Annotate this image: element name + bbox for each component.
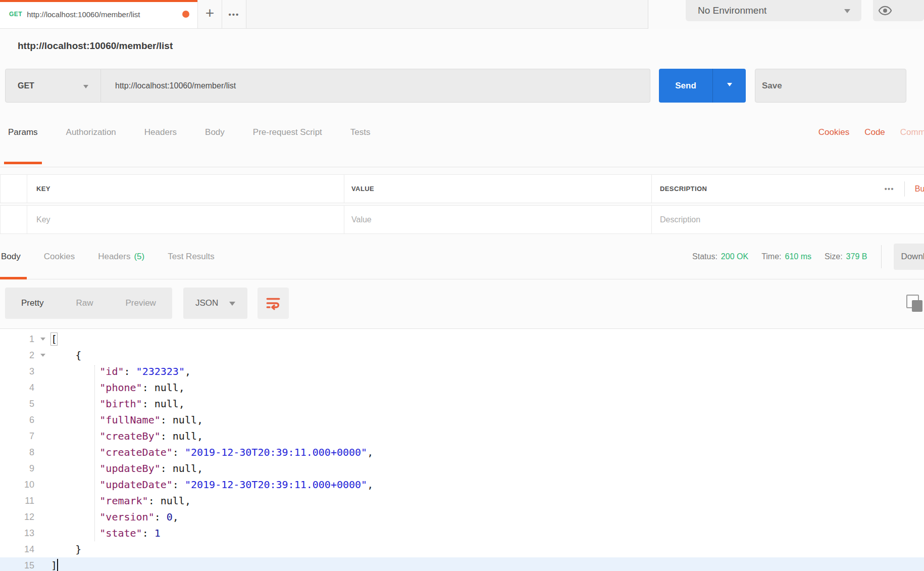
code-text: "state": 1 (51, 525, 161, 541)
language-label: JSON (195, 298, 218, 308)
params-table: KEY VALUE DESCRIPTION ••• Bulk Edit (0, 174, 924, 234)
mode-preview[interactable]: Preview (109, 298, 172, 308)
tab-options-button[interactable]: ••• (222, 0, 246, 28)
params-header-row: KEY VALUE DESCRIPTION ••• Bulk Edit (0, 174, 924, 203)
send-label[interactable]: Send (659, 69, 712, 103)
code-line: 3 "id": "232323", (0, 363, 924, 379)
divider (881, 245, 882, 268)
url-input[interactable] (101, 69, 650, 103)
wrap-text-button[interactable] (258, 288, 289, 319)
code-line: 5 "birth": null, (0, 396, 924, 412)
code-text: "phone": null, (51, 379, 185, 396)
line-number: 6 (0, 412, 34, 428)
response-tab-body[interactable]: Body (1, 234, 21, 279)
line-number: 12 (0, 509, 34, 525)
code-text: "id": "232323", (51, 363, 191, 379)
comments-link[interactable]: Comments (900, 127, 924, 137)
environment-area: No Environment (648, 0, 924, 29)
code-line: 2 { (0, 347, 924, 363)
indent-guide (94, 365, 95, 541)
code-line: 15] (0, 557, 924, 571)
time-value: 610 ms (785, 252, 811, 261)
value-input[interactable] (351, 215, 636, 224)
status-value: 200 OK (721, 252, 748, 261)
unsaved-dot-icon (182, 11, 189, 18)
fold-toggle[interactable] (34, 331, 51, 347)
code-line: 14 } (0, 541, 924, 557)
key-input[interactable] (36, 215, 329, 224)
tab-authorization[interactable]: Authorization (66, 127, 116, 164)
description-input-cell (651, 205, 924, 234)
tab-headers[interactable]: Headers (144, 127, 177, 164)
request-tab[interactable]: GET http://localhost:10060/member/list (0, 0, 198, 28)
code-link[interactable]: Code (864, 127, 885, 137)
time-label: Time: (761, 252, 781, 261)
tab-params[interactable]: Params (8, 127, 38, 164)
code-text: "version": 0, (51, 509, 179, 525)
row-handle-cell[interactable] (0, 205, 27, 234)
value-column-header: VALUE (351, 185, 374, 193)
row-handle-cell (0, 174, 27, 203)
tab-url-label: http://localhost:10060/member/list (27, 10, 178, 19)
value-header-cell: VALUE (344, 174, 652, 203)
request-title-row: http://localhost:10060/member/list (0, 29, 924, 67)
line-number: 7 (0, 428, 34, 444)
line-number: 8 (0, 444, 34, 460)
fold-gutter (34, 396, 51, 412)
response-body-editor[interactable]: 1[2 {3 "id": "232323",4 "phone": null,5 … (0, 328, 924, 571)
description-input[interactable] (660, 215, 911, 224)
ellipsis-icon: ••• (229, 10, 240, 19)
tab-pre-request-script[interactable]: Pre-request Script (253, 127, 322, 164)
tab-tests[interactable]: Tests (350, 127, 371, 164)
response-meta: Status: 200 OK Time: 610 ms Size: 379 B … (679, 244, 924, 270)
code-line: 10 "updateDate": "2019-12-30T20:39:11.00… (0, 477, 924, 493)
params-input-row (0, 205, 924, 234)
response-tab-cookies[interactable]: Cookies (44, 234, 75, 279)
code-text: "birth": null, (51, 396, 185, 412)
response-tab-headers[interactable]: Headers (5) (98, 234, 144, 279)
mode-raw[interactable]: Raw (60, 298, 109, 308)
params-more-icon[interactable]: ••• (885, 185, 894, 193)
text-cursor (57, 559, 58, 571)
line-number: 9 (0, 460, 34, 477)
wrap-text-icon (265, 295, 281, 311)
tab-strip: GET http://localhost:10060/member/list +… (0, 0, 924, 29)
language-select[interactable]: JSON (183, 288, 247, 319)
code-line: 13 "state": 1 (0, 525, 924, 541)
fold-gutter (34, 428, 51, 444)
method-select[interactable]: GET (5, 69, 101, 103)
send-button[interactable]: Send (659, 69, 746, 103)
code-line: 1[ (0, 331, 924, 347)
cookies-link[interactable]: Cookies (818, 127, 849, 137)
response-tabs: Body Cookies Headers (5) Test Results (1, 234, 238, 279)
environment-preview-button[interactable] (873, 0, 924, 21)
code-text: "fullName": null, (51, 412, 203, 428)
code-text: "createBy": null, (51, 428, 203, 444)
fold-gutter (34, 509, 51, 525)
copy-response-button[interactable] (906, 295, 922, 312)
send-options-button[interactable] (712, 69, 746, 103)
size-label: Size: (825, 252, 843, 261)
line-number: 11 (0, 493, 34, 509)
line-number: 4 (0, 379, 34, 396)
save-button[interactable]: Save (755, 69, 906, 103)
description-column-header: DESCRIPTION (660, 185, 707, 193)
fold-gutter (34, 379, 51, 396)
new-tab-button[interactable]: + (198, 0, 222, 28)
request-links: Cookies Code Comments (803, 127, 924, 137)
code-line: 4 "phone": null, (0, 379, 924, 396)
fold-toggle[interactable] (34, 347, 51, 363)
code-line: 12 "version": 0, (0, 509, 924, 525)
mode-pretty[interactable]: Pretty (5, 298, 60, 308)
bulk-edit-link[interactable]: Bulk Edit (915, 184, 924, 194)
key-column-header: KEY (36, 185, 50, 193)
environment-select[interactable]: No Environment (686, 0, 861, 21)
response-tab-test-results[interactable]: Test Results (168, 234, 215, 279)
plus-icon: + (206, 6, 215, 21)
fold-gutter (34, 541, 51, 557)
download-button[interactable]: Download (894, 244, 924, 270)
method-label: GET (18, 81, 34, 90)
tab-body[interactable]: Body (205, 127, 225, 164)
fold-caret-icon (40, 338, 45, 343)
code-text: { (51, 347, 81, 363)
